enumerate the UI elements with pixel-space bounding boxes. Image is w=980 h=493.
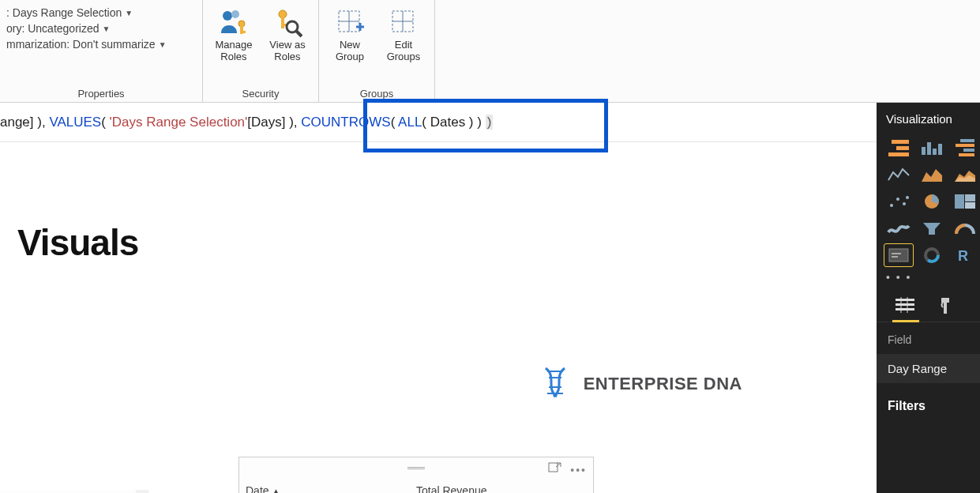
viz-gallery: R — [877, 134, 980, 269]
stacked-column-icon[interactable] — [918, 137, 946, 159]
svg-rect-42 — [941, 298, 949, 303]
svg-point-24 — [896, 198, 899, 201]
field-well[interactable]: Day Range — [877, 354, 980, 383]
ribbon-group-groups: New Group Edit Groups Groups — [319, 0, 435, 103]
logo-text: ENTERPRISE DNA — [584, 374, 742, 394]
profits-scrollbar[interactable]: ▲ — [136, 490, 148, 493]
svg-rect-31 — [889, 249, 908, 262]
focus-mode-icon[interactable] — [548, 462, 562, 477]
category-dropdown[interactable]: ory: Uncategorized ▼ — [6, 22, 188, 35]
formula-text: ( — [391, 115, 398, 130]
formula-paren: ) — [486, 115, 494, 130]
svg-rect-22 — [549, 463, 558, 472]
grid-plus-icon — [334, 6, 366, 38]
summarization-label: mmarization: Don't summarize — [6, 38, 156, 51]
formula-keyword: ALL — [398, 115, 422, 130]
svg-rect-33 — [892, 256, 898, 258]
stacked-area-icon[interactable] — [951, 164, 979, 186]
donut-icon[interactable] — [918, 244, 946, 266]
formula-text: ( Dates ) ) — [422, 115, 485, 130]
area-chart-icon[interactable] — [918, 164, 946, 186]
formula-literal: 'Days Range Selection' — [110, 115, 248, 130]
chevron-down-icon: ▼ — [103, 24, 111, 33]
revenue-table[interactable]: ••• Date ▲ Total Revenue 1/01/2015$25,34… — [238, 457, 594, 493]
view-as-roles-button[interactable]: View as Roles — [263, 3, 312, 63]
svg-rect-37 — [896, 299, 914, 301]
dna-icon — [536, 363, 574, 405]
formula-text: ( — [101, 115, 109, 130]
column-header-date[interactable]: Date ▲ — [246, 484, 416, 493]
visualizations-pane: Visualization R • • • Field Day Range Fi… — [877, 103, 980, 493]
edit-groups-button[interactable]: Edit Groups — [379, 3, 428, 63]
gauge-icon[interactable] — [951, 217, 979, 239]
svg-line-9 — [296, 31, 302, 36]
field-value: Day Range — [888, 362, 947, 375]
r-visual-icon[interactable]: R — [951, 244, 979, 266]
svg-point-8 — [287, 21, 298, 32]
group-label-security: Security — [242, 88, 280, 103]
svg-point-0 — [223, 11, 232, 21]
group-label-groups: Groups — [360, 88, 394, 103]
svg-rect-38 — [896, 303, 914, 306]
formula-bar[interactable]: ange] ), VALUES( 'Days Range Selection'[… — [0, 103, 980, 142]
pane-tabs — [877, 288, 980, 322]
manage-roles-button[interactable]: Manage Roles — [209, 3, 258, 63]
more-options-icon[interactable]: ••• — [570, 464, 587, 476]
more-visuals-button[interactable]: • • • — [877, 269, 980, 288]
pane-title: Visualization — [877, 103, 980, 134]
format-tab[interactable] — [935, 296, 959, 317]
funnel-icon[interactable] — [918, 217, 946, 239]
scatter-icon[interactable] — [884, 190, 913, 213]
svg-point-2 — [238, 21, 245, 27]
summarization-dropdown[interactable]: mmarization: Don't summarize ▼ — [6, 38, 188, 51]
clustered-bar-icon[interactable] — [951, 137, 979, 159]
sort-asc-icon: ▲ — [272, 487, 280, 494]
svg-rect-32 — [892, 253, 901, 254]
field-section-label: Field — [877, 322, 980, 351]
new-group-button[interactable]: New Group — [325, 3, 374, 63]
logo: ENTERPRISE DNA — [536, 363, 742, 405]
ribbon-group-security: Manage Roles View as Roles Security — [203, 0, 319, 103]
svg-rect-6 — [281, 17, 284, 28]
svg-rect-4 — [240, 31, 246, 33]
svg-point-26 — [906, 196, 909, 199]
column-header-revenue[interactable]: Total Revenue — [416, 484, 587, 493]
ribbon-group-properties: : Days Range Selection ▼ ory: Uncategori… — [0, 0, 203, 103]
page-title: Visuals — [17, 221, 138, 264]
report-canvas[interactable]: Visuals ENTERPRISE DNA Profits $8,104 $1… — [0, 142, 877, 493]
table-dropdown[interactable]: : Days Range Selection ▼ — [6, 6, 188, 19]
svg-point-23 — [890, 204, 893, 207]
svg-point-1 — [231, 10, 239, 18]
pie-icon[interactable] — [918, 190, 946, 213]
chevron-down-icon: ▼ — [159, 40, 167, 49]
people-key-icon — [218, 6, 250, 38]
svg-rect-29 — [965, 194, 975, 201]
group-label-properties: Properties — [77, 88, 124, 103]
card-icon[interactable] — [884, 244, 913, 266]
ribbon-chart-icon[interactable] — [884, 217, 913, 239]
line-chart-icon[interactable] — [884, 164, 913, 186]
svg-text:R: R — [958, 248, 968, 264]
svg-rect-39 — [896, 308, 914, 310]
fields-tab[interactable] — [894, 296, 918, 317]
svg-point-25 — [903, 202, 906, 205]
formula-text: [Days] ), — [247, 115, 301, 130]
treemap-icon[interactable] — [951, 190, 979, 213]
category-label: ory: Uncategorized — [6, 22, 100, 35]
chevron-down-icon: ▼ — [125, 9, 133, 17]
new-group-label: New Group — [336, 40, 364, 63]
profits-table[interactable]: Profits $8,104 $10,677 $11,684 $7,087 $9… — [0, 490, 150, 493]
stacked-bar-icon[interactable] — [884, 137, 913, 159]
filters-section-label: Filters — [877, 386, 980, 416]
key-magnify-icon — [272, 6, 303, 38]
manage-roles-label: Manage Roles — [216, 40, 253, 63]
formula-text: ange] ), — [0, 115, 49, 130]
edit-groups-label: Edit Groups — [387, 40, 421, 63]
table-label: : Days Range Selection — [6, 6, 122, 19]
view-as-roles-label: View as Roles — [269, 40, 305, 63]
drag-handle-icon[interactable] — [407, 467, 425, 469]
header-text: Date — [246, 484, 269, 493]
formula-keyword: VALUES — [49, 115, 101, 130]
grid-icon — [388, 6, 419, 38]
svg-rect-30 — [965, 202, 975, 209]
